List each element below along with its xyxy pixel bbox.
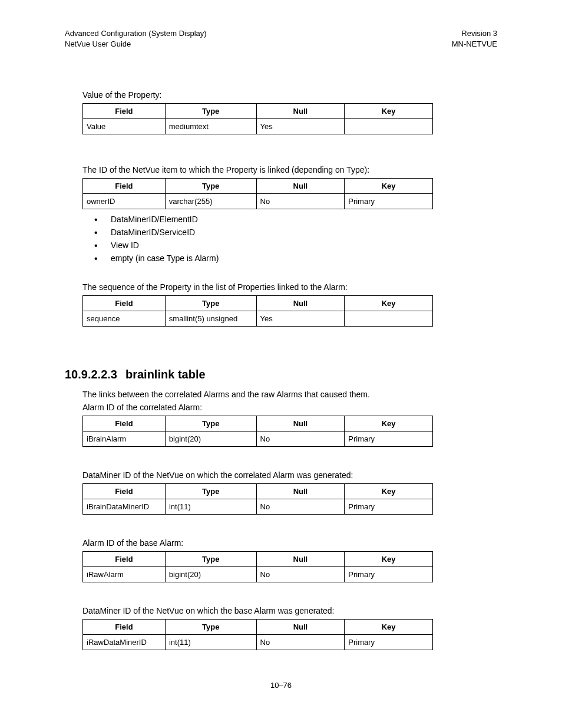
header-right-line1: Revision 3 xyxy=(452,28,497,39)
col-header-null: Null xyxy=(256,620,345,635)
cell-null: No xyxy=(256,499,345,515)
cell-type: smallint(5) unsigned xyxy=(165,311,256,327)
section-intro-1: The links between the correlated Alarms … xyxy=(65,390,497,399)
table-irawdataminerid: Field Type Null Key iRawDataMinerID int(… xyxy=(82,619,433,650)
col-header-field: Field xyxy=(83,104,166,119)
cell-key: Primary xyxy=(345,194,433,209)
table-header-row: Field Type Null Key xyxy=(83,416,433,431)
col-header-field: Field xyxy=(83,179,166,194)
document-page: Advanced Configuration (System Display) … xyxy=(0,0,562,713)
col-header-null: Null xyxy=(256,416,345,431)
caption-irawdataminerid: DataMiner ID of the NetVue on which the … xyxy=(65,606,497,615)
section-heading-brainlink: 10.9.2.2.3brainlink table xyxy=(65,368,497,381)
table-ibraindataminerid: Field Type Null Key iBrainDataMinerID in… xyxy=(82,483,433,515)
caption-irawalarm: Alarm ID of the base Alarm: xyxy=(65,538,497,548)
caption-sequence: The sequence of the Property in the list… xyxy=(65,282,497,292)
cell-null: No xyxy=(256,567,345,582)
table-ownerid: Field Type Null Key ownerID varchar(255)… xyxy=(82,178,433,209)
col-header-type: Type xyxy=(165,296,256,311)
table-row: ownerID varchar(255) No Primary xyxy=(83,194,433,209)
ownerid-bullet-list: DataMinerID/ElementID DataMinerID/Servic… xyxy=(94,213,497,265)
cell-field: ownerID xyxy=(83,194,166,209)
table-header-row: Field Type Null Key xyxy=(83,296,433,311)
col-header-key: Key xyxy=(345,179,433,194)
cell-key xyxy=(345,119,433,134)
table-row: iRawDataMinerID int(11) No Primary xyxy=(83,635,433,650)
col-header-type: Type xyxy=(165,179,256,194)
cell-key: Primary xyxy=(345,431,433,447)
caption-value-property: Value of the Property: xyxy=(65,90,497,100)
header-left-line1: Advanced Configuration (System Display) xyxy=(65,28,207,39)
cell-key: Primary xyxy=(345,499,433,515)
cell-type: varchar(255) xyxy=(165,194,256,209)
table-sequence: Field Type Null Key sequence smallint(5)… xyxy=(82,295,433,327)
page-footer: 10–76 xyxy=(65,681,497,690)
col-header-field: Field xyxy=(83,484,166,499)
section-title: brainlink table xyxy=(125,368,206,381)
table-row: sequence smallint(5) unsigned Yes xyxy=(83,311,433,327)
header-right: Revision 3 MN-NETVUE xyxy=(452,28,497,49)
list-item: DataMinerID/ServiceID xyxy=(94,226,497,239)
cell-field: iRawAlarm xyxy=(83,567,166,582)
caption-ibraindataminerid: DataMiner ID of the NetVue on which the … xyxy=(65,470,497,480)
col-header-key: Key xyxy=(345,620,433,635)
col-header-key: Key xyxy=(345,416,433,431)
cell-null: Yes xyxy=(256,119,345,134)
col-header-key: Key xyxy=(345,552,433,567)
cell-key: Primary xyxy=(345,567,433,582)
table-irawalarm: Field Type Null Key iRawAlarm bigint(20)… xyxy=(82,551,433,582)
cell-type: bigint(20) xyxy=(165,567,256,582)
col-header-null: Null xyxy=(256,104,345,119)
header-left-line2: NetVue User Guide xyxy=(65,39,207,50)
table-value-property: Field Type Null Key Value mediumtext Yes xyxy=(82,103,433,134)
cell-null: No xyxy=(256,635,345,650)
cell-type: int(11) xyxy=(165,499,256,515)
header-right-line2: MN-NETVUE xyxy=(452,39,497,50)
col-header-field: Field xyxy=(83,620,166,635)
cell-key xyxy=(345,311,433,327)
table-header-row: Field Type Null Key xyxy=(83,620,433,635)
table-row: Value mediumtext Yes xyxy=(83,119,433,134)
table-ibrainalarm: Field Type Null Key iBrainAlarm bigint(2… xyxy=(82,416,433,447)
cell-type: mediumtext xyxy=(165,119,256,134)
section-number: 10.9.2.2.3 xyxy=(65,368,117,381)
cell-field: iBrainDataMinerID xyxy=(83,499,166,515)
col-header-type: Type xyxy=(165,416,256,431)
table-row: iRawAlarm bigint(20) No Primary xyxy=(83,567,433,582)
cell-key: Primary xyxy=(345,635,433,650)
cell-null: No xyxy=(256,431,345,447)
cell-type: int(11) xyxy=(165,635,256,650)
col-header-null: Null xyxy=(256,296,345,311)
list-item: empty (in case Type is Alarm) xyxy=(94,252,497,265)
col-header-type: Type xyxy=(165,484,256,499)
table-row: iBrainAlarm bigint(20) No Primary xyxy=(83,431,433,447)
table-header-row: Field Type Null Key xyxy=(83,484,433,499)
col-header-null: Null xyxy=(256,179,345,194)
col-header-null: Null xyxy=(256,484,345,499)
list-item: View ID xyxy=(94,239,497,252)
cell-null: No xyxy=(256,194,345,209)
section-intro-2: Alarm ID of the correlated Alarm: xyxy=(65,403,497,412)
col-header-type: Type xyxy=(165,552,256,567)
header-left: Advanced Configuration (System Display) … xyxy=(65,28,207,49)
col-header-key: Key xyxy=(345,296,433,311)
col-header-type: Type xyxy=(165,104,256,119)
col-header-field: Field xyxy=(83,416,166,431)
col-header-key: Key xyxy=(345,484,433,499)
page-header: Advanced Configuration (System Display) … xyxy=(65,28,497,49)
table-header-row: Field Type Null Key xyxy=(83,552,433,567)
cell-type: bigint(20) xyxy=(165,431,256,447)
caption-ownerid: The ID of the NetVue item to which the P… xyxy=(65,165,497,174)
col-header-field: Field xyxy=(83,552,166,567)
col-header-type: Type xyxy=(165,620,256,635)
col-header-key: Key xyxy=(345,104,433,119)
cell-field: iBrainAlarm xyxy=(83,431,166,447)
col-header-null: Null xyxy=(256,552,345,567)
cell-null: Yes xyxy=(256,311,345,327)
table-header-row: Field Type Null Key xyxy=(83,179,433,194)
table-header-row: Field Type Null Key xyxy=(83,104,433,119)
cell-field: Value xyxy=(83,119,166,134)
cell-field: sequence xyxy=(83,311,166,327)
table-row: iBrainDataMinerID int(11) No Primary xyxy=(83,499,433,515)
col-header-field: Field xyxy=(83,296,166,311)
